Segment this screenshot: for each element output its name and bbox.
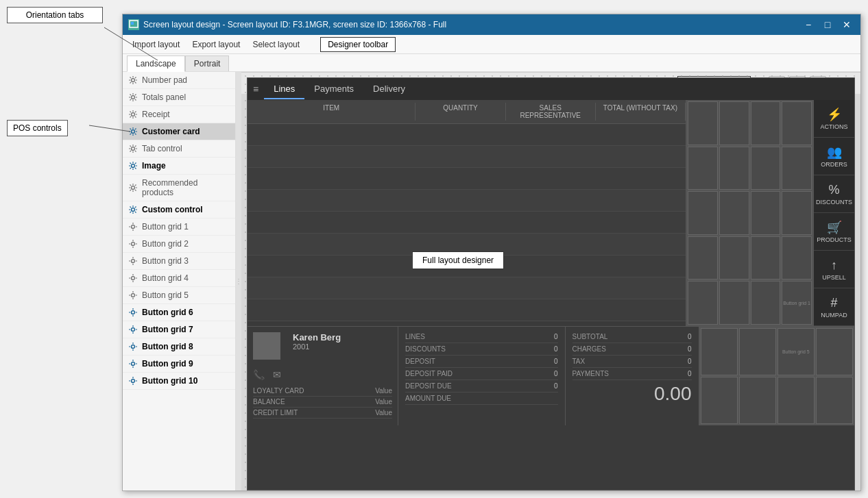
discounts-row: DISCOUNTS 0 [405, 343, 558, 356]
discounts-value: 0 [554, 345, 558, 353]
pos-table-rows [248, 124, 686, 326]
credit-limit-value: Value [375, 409, 392, 416]
sidebar-item-buttongrid5[interactable]: Button grid 5 [123, 287, 235, 304]
select-layout-menu[interactable]: Select layout [247, 37, 305, 52]
body-area: Number pad Totals panel Receipt Customer… [123, 72, 860, 490]
charges-value: 0 [688, 345, 692, 353]
gear-icon [128, 92, 138, 102]
sidebar-item-buttongrid4[interactable]: Button grid 4 [123, 270, 235, 287]
svg-point-8 [132, 147, 135, 151]
grid-cell [688, 101, 718, 145]
pos-tab-payments[interactable]: Payments [304, 79, 363, 99]
customer-avatar [253, 332, 280, 360]
portrait-tab[interactable]: Portrait [185, 55, 230, 71]
maximize-button[interactable]: □ [819, 18, 836, 32]
loyalty-label: LOYALTY CARD [253, 387, 304, 395]
bottom-grid-cell [739, 377, 776, 424]
bottom-grid-cell [739, 328, 776, 375]
sidebar-item-buttongrid1[interactable]: Button grid 1 [123, 219, 235, 236]
bottom-grid-cell [816, 328, 853, 375]
gear-icon [128, 342, 138, 351]
discounts-button[interactable]: % DISCOUNTS [814, 175, 854, 213]
tax-label: TAX [572, 358, 586, 365]
lines-row: LINES 0 [405, 331, 558, 343]
landscape-tab[interactable]: Landscape [127, 55, 185, 72]
pos-customer-info: Karen Berg 2001 📞 ✉ LOYALTY CARD Value [248, 327, 398, 425]
hamburger-icon: ≡ [253, 84, 258, 95]
sidebar-item-receipt[interactable]: Receipt [123, 106, 235, 123]
deposit-row: DEPOSIT 0 [405, 356, 558, 368]
close-button[interactable]: ✕ [839, 18, 855, 32]
table-row [248, 168, 686, 190]
svg-point-12 [132, 225, 135, 229]
bottom-grid-cell [777, 377, 815, 424]
pos-tab-lines[interactable]: Lines [264, 79, 304, 99]
bottom-grid-cell [816, 377, 853, 424]
export-layout-menu[interactable]: Export layout [186, 37, 245, 52]
loyalty-card-row: LOYALTY CARD Value [253, 386, 392, 397]
lines-label: LINES [405, 333, 425, 340]
grid-cell [719, 281, 749, 325]
sidebar-item-customercard[interactable]: Customer card [123, 123, 235, 140]
svg-point-13 [132, 242, 135, 246]
grid-cell [782, 147, 812, 190]
svg-point-6 [132, 113, 135, 116]
sidebar-item-totalspanel[interactable]: Totals panel [123, 89, 235, 106]
orders-button[interactable]: 👥 ORDERS [814, 138, 854, 175]
svg-point-21 [132, 379, 135, 383]
table-row [248, 256, 686, 277]
grid-cell [782, 101, 812, 145]
gear-icon [128, 325, 138, 334]
svg-rect-3 [131, 22, 134, 25]
products-button[interactable]: 🛒 PRODUCTS [814, 213, 854, 251]
deposit-paid-value: 0 [554, 370, 558, 377]
sidebar-resize-handle[interactable]: ⋮ [236, 72, 241, 490]
discounts-icon: % [828, 183, 839, 197]
upsell-button[interactable]: ↑ UPSELL [814, 251, 854, 288]
sidebar-item-customcontrol[interactable]: Custom control [123, 201, 235, 219]
pos-tab-delivery[interactable]: Delivery [363, 79, 415, 99]
svg-point-20 [132, 362, 135, 366]
actions-button[interactable]: ⚡ ACTIONS [814, 100, 854, 138]
grid-cell [688, 236, 718, 280]
gear-icon [128, 239, 138, 249]
sidebar-item-buttongrid9[interactable]: Button grid 9 [123, 356, 235, 373]
grid-cell [751, 236, 781, 280]
grid-cell [751, 191, 781, 235]
table-row [248, 190, 686, 212]
pos-tabs-bar: ≡ Lines Payments Delivery [248, 78, 854, 100]
svg-point-18 [132, 328, 135, 332]
designer-area: ≡ Lines Payments Delivery ITEM QUANTITY … [241, 72, 860, 490]
svg-point-19 [132, 345, 135, 349]
gear-icon [128, 222, 138, 232]
middle-button-grid: Button grid 1 [686, 100, 813, 326]
sidebar-item-buttongrid7[interactable]: Button grid 7 [123, 321, 235, 338]
window-icon [128, 19, 139, 30]
sidebar-item-image[interactable]: Image [123, 158, 235, 175]
pos-table-header: ITEM QUANTITY SALES REPRESENTATIVE TOTAL… [248, 100, 686, 124]
deposit-due-label: DEPOSIT DUE [405, 382, 452, 390]
sidebar-item-buttongrid10[interactable]: Button grid 10 [123, 373, 235, 390]
grid-cell [782, 191, 812, 235]
gear-icon-active [128, 127, 138, 136]
sidebar-item-numberpad[interactable]: Number pad [123, 72, 235, 89]
sidebar-item-recommended[interactable]: Recommended products [123, 175, 235, 201]
gear-icon [128, 75, 138, 85]
th-item: ITEM [248, 103, 415, 121]
sidebar-item-buttongrid6[interactable]: Button grid 6 [123, 304, 235, 321]
sidebar-item-buttongrid3[interactable]: Button grid 3 [123, 253, 235, 270]
grid-cell [782, 236, 812, 280]
numpad-button[interactable]: # NUMPAD [814, 288, 854, 326]
sidebar-item-buttongrid8[interactable]: Button grid 8 [123, 338, 235, 356]
minimize-button[interactable]: − [800, 18, 817, 32]
import-layout-menu[interactable]: Import layout [127, 37, 185, 52]
table-row [248, 146, 686, 168]
subtotal-label: SUBTOTAL [572, 333, 608, 340]
sidebar-item-tabcontrol[interactable]: Tab control [123, 140, 235, 158]
table-row [248, 124, 686, 146]
sidebar-item-buttongrid2[interactable]: Button grid 2 [123, 236, 235, 253]
pos-right-actions: ⚡ ACTIONS 👥 ORDERS % DISCOUNTS 🛒 [813, 100, 854, 326]
gear-icon [128, 273, 138, 283]
main-window: Screen layout design - Screen layout ID:… [122, 14, 861, 491]
customer-id: 2001 [293, 343, 341, 351]
